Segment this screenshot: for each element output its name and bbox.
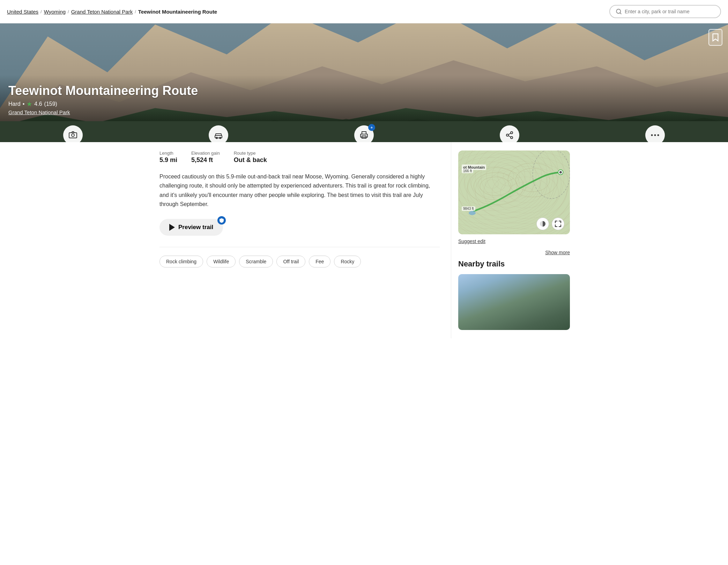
stat-length-label: Length bbox=[159, 151, 177, 156]
map-elevation-2: 9843 ft bbox=[462, 206, 475, 211]
share-action[interactable]: Share bbox=[492, 125, 527, 142]
half-circle-icon bbox=[539, 220, 546, 227]
svg-line-16 bbox=[508, 136, 511, 137]
breadcrumb-united-states[interactable]: United States bbox=[7, 9, 38, 15]
map-elevation-1: 166 ft bbox=[462, 169, 473, 173]
divider bbox=[159, 247, 440, 247]
difficulty-label: Hard bbox=[8, 101, 21, 107]
svg-line-1 bbox=[620, 13, 621, 14]
breadcrumb-wyoming[interactable]: Wyoming bbox=[44, 9, 66, 15]
print-badge: + bbox=[368, 124, 375, 131]
main-layout: Length 5.9 mi Elevation gain 5,524 ft Ro… bbox=[151, 142, 577, 338]
review-count: (159) bbox=[44, 101, 57, 107]
stat-elevation-label: Elevation gain bbox=[191, 151, 220, 156]
breadcrumb-sep-2: / bbox=[68, 9, 69, 14]
shield-icon bbox=[219, 218, 224, 223]
svg-point-23 bbox=[480, 177, 511, 196]
show-more-button[interactable]: Show more bbox=[545, 250, 570, 255]
show-more-row: Show more bbox=[458, 250, 570, 255]
search-icon bbox=[616, 8, 622, 15]
more-circle bbox=[645, 125, 665, 142]
left-column: Length 5.9 mi Elevation gain 5,524 ft Ro… bbox=[151, 142, 451, 338]
tags-row: Rock climbing Wildlife Scramble Off trai… bbox=[159, 256, 440, 267]
stat-elevation-value: 5,524 ft bbox=[191, 156, 220, 164]
rating-value: 4.6 bbox=[34, 101, 42, 107]
breadcrumb: United States / Wyoming / Grand Teton Na… bbox=[7, 9, 217, 15]
breadcrumb-sep-1: / bbox=[40, 9, 42, 14]
play-icon bbox=[169, 224, 175, 231]
expand-icon bbox=[555, 221, 561, 227]
park-link[interactable]: Grand Teton National Park bbox=[8, 109, 70, 115]
svg-point-13 bbox=[511, 132, 513, 134]
preview-label: Preview trail bbox=[178, 224, 213, 231]
svg-point-14 bbox=[506, 134, 508, 136]
hero-image: Teewinot Mountaineering Route Hard • ★ 4… bbox=[0, 23, 728, 121]
tag-rock-climbing[interactable]: Rock climbing bbox=[159, 256, 203, 267]
preview-trail-button[interactable]: Preview trail bbox=[159, 219, 223, 236]
breadcrumb-bar: United States / Wyoming / Grand Teton Na… bbox=[0, 0, 728, 23]
trail-meta: Hard • ★ 4.6 (159) bbox=[8, 100, 720, 108]
dots-icon bbox=[651, 134, 659, 136]
stat-route-value: Out & back bbox=[234, 156, 267, 164]
photos-circle bbox=[63, 125, 83, 142]
right-column: ot Mountain 166 ft 9843 ft Suggest edit … bbox=[451, 142, 577, 338]
nearby-card-image bbox=[458, 274, 570, 330]
suggest-edit-link[interactable]: Suggest edit bbox=[458, 239, 570, 244]
nearby-trails-heading: Nearby trails bbox=[458, 259, 570, 269]
star-icon: ★ bbox=[27, 100, 32, 108]
hero-section: Teewinot Mountaineering Route Hard • ★ 4… bbox=[0, 23, 728, 142]
car-icon bbox=[214, 131, 223, 139]
tag-rocky[interactable]: Rocky bbox=[334, 256, 361, 267]
tag-off-trail[interactable]: Off trail bbox=[276, 256, 305, 267]
trail-map[interactable]: ot Mountain 166 ft 9843 ft bbox=[458, 151, 570, 234]
breadcrumb-current: Teewinot Mountaineering Route bbox=[138, 9, 217, 15]
stats-row: Length 5.9 mi Elevation gain 5,524 ft Ro… bbox=[159, 151, 440, 164]
printer-icon bbox=[360, 131, 368, 139]
breadcrumb-grand-teton[interactable]: Grand Teton National Park bbox=[71, 9, 133, 15]
tag-scramble[interactable]: Scramble bbox=[239, 256, 273, 267]
stat-route-label: Route type bbox=[234, 151, 267, 156]
svg-point-22 bbox=[474, 173, 517, 200]
photos-action[interactable]: Photos (206) bbox=[55, 125, 90, 142]
dot-separator: • bbox=[23, 101, 25, 107]
nearby-trail-card[interactable] bbox=[458, 274, 570, 330]
stat-elevation: Elevation gain 5,524 ft bbox=[191, 151, 220, 164]
svg-point-18 bbox=[651, 134, 653, 136]
preview-badge bbox=[217, 216, 226, 225]
share-circle bbox=[500, 125, 519, 142]
search-bar[interactable] bbox=[609, 5, 721, 18]
share-icon bbox=[505, 131, 514, 139]
svg-point-28 bbox=[559, 171, 562, 174]
svg-point-19 bbox=[654, 134, 656, 136]
print-action[interactable]: + Print/PDF map bbox=[347, 125, 381, 142]
svg-point-20 bbox=[658, 134, 659, 136]
trail-description: Proceed cautiously on this 5.9-mile out-… bbox=[159, 172, 440, 209]
svg-point-15 bbox=[511, 137, 513, 139]
bookmark-icon bbox=[712, 33, 719, 42]
map-halfcircle-button[interactable] bbox=[536, 218, 549, 230]
map-expand-button[interactable] bbox=[552, 218, 564, 230]
directions-circle bbox=[209, 125, 228, 142]
tag-wildlife[interactable]: Wildlife bbox=[207, 256, 236, 267]
directions-action[interactable]: Directions bbox=[201, 125, 236, 142]
hero-overlay: Teewinot Mountaineering Route Hard • ★ 4… bbox=[0, 75, 728, 121]
trail-title: Teewinot Mountaineering Route bbox=[8, 83, 720, 98]
svg-point-21 bbox=[468, 168, 523, 205]
svg-point-8 bbox=[72, 134, 74, 137]
tag-fee[interactable]: Fee bbox=[309, 256, 330, 267]
stat-length-value: 5.9 mi bbox=[159, 156, 177, 164]
action-bar: Photos (206) Directions + Print/PDF map bbox=[0, 121, 728, 142]
water-feature bbox=[469, 211, 476, 215]
search-input[interactable] bbox=[625, 9, 715, 14]
bookmark-button[interactable] bbox=[708, 29, 722, 46]
stat-length: Length 5.9 mi bbox=[159, 151, 177, 164]
breadcrumb-sep-3: / bbox=[135, 9, 136, 14]
print-circle: + bbox=[354, 125, 374, 142]
more-action[interactable]: More bbox=[638, 125, 673, 142]
camera-icon bbox=[69, 131, 77, 139]
stat-route-type: Route type Out & back bbox=[234, 151, 267, 164]
svg-line-17 bbox=[508, 133, 511, 135]
